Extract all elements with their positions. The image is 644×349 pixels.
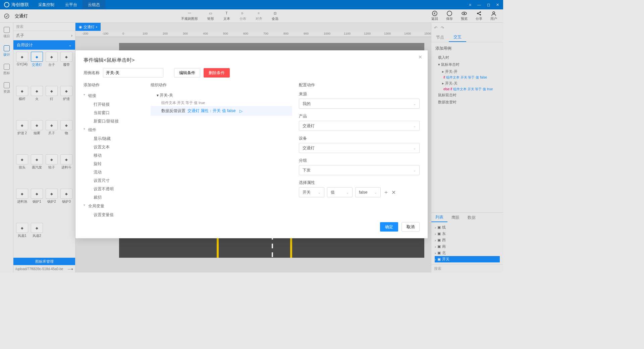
usecase-name-input[interactable] [103,68,163,78]
action-category[interactable]: 全局变量 [84,202,144,211]
col1-title: 添加动作 [84,82,144,88]
action-item[interactable]: 设置尺寸 [84,177,144,185]
action-item[interactable]: 流动 [84,168,144,177]
add-prop-icon[interactable]: ＋ [383,189,389,196]
event-edit-modal: ✕ 事件编辑<鼠标单击时> 用例名称 编辑条件 删除条件 添加动作 链接打开链接… [75,50,428,238]
modal-toprow: 用例名称 编辑条件 删除条件 [84,68,420,78]
source-select[interactable]: 我的⌄ [299,99,420,109]
action-item[interactable]: 新窗口/新链接 [84,117,144,126]
action-item[interactable]: 打开链接 [84,100,144,109]
action-tree: 链接打开链接当前窗口新窗口/新链接组件显示/隐藏设置文本移动旋转流动设置尺寸设置… [84,91,144,218]
org-root[interactable]: ▾ 开关-关 [151,91,292,100]
org-cond: 组件文本 开关 等于 值 true [151,100,292,106]
org-action-col: 组织动作 ▾ 开关-关 组件文本 开关 等于 值 true 数据反馈设置 交通灯… [151,82,292,218]
action-category[interactable]: 组件 [84,126,144,135]
product-label: 产品 [299,113,420,119]
action-item[interactable]: 显示/隐藏 [84,135,144,143]
device-select[interactable]: 交通灯⌄ [299,143,420,153]
modal-close-icon[interactable]: ✕ [418,54,422,60]
config-action-col: 配置动作 来源我的⌄ 产品交通灯⌄ 设备交通灯⌄ 分组下发⌄ 选择属性 开关⌄ … [299,82,420,218]
modal-title: 事件编辑<鼠标单击时> [84,57,420,63]
col3-title: 配置动作 [299,82,420,88]
action-item[interactable]: 设置文本 [84,143,144,151]
prop-label: 选择属性 [299,180,420,186]
action-item[interactable]: 移动 [84,151,144,160]
col2-title: 组织动作 [151,82,292,88]
org-tree: ▾ 开关-关 组件文本 开关 等于 值 true 数据反馈设置 交通灯 属性：开… [151,91,292,116]
action-item[interactable]: 旋转 [84,160,144,168]
product-select[interactable]: 交通灯⌄ [299,121,420,131]
action-item[interactable]: 设置不透明 [84,185,144,193]
remove-prop-icon[interactable]: ✕ [391,189,396,196]
delete-cond-button[interactable]: 删除条件 [204,68,230,78]
prop-attr-select[interactable]: 开关⌄ [299,187,324,197]
source-label: 来源 [299,91,420,97]
name-label: 用例名称 [84,70,100,76]
group-select[interactable]: 下发⌄ [299,165,420,175]
prop-key-select[interactable]: 值⌄ [327,187,353,197]
prop-val-select[interactable]: false⌄ [355,187,381,197]
modal-footer: 确定 取消 [84,218,420,232]
play-icon[interactable]: ▷ [239,109,243,113]
device-label: 设备 [299,136,420,141]
action-item[interactable]: 设置变量值 [84,211,144,218]
edit-cond-button[interactable]: 编辑条件 [174,68,200,78]
action-category[interactable]: 链接 [84,91,144,100]
group-label: 分组 [299,158,420,163]
org-action[interactable]: 数据反馈设置 交通灯 属性：开关 值 false ▷ [151,106,292,116]
action-item[interactable]: 当前窗口 [84,109,144,117]
add-action-col: 添加动作 链接打开链接当前窗口新窗口/新链接组件显示/隐藏设置文本移动旋转流动设… [84,82,144,218]
action-item[interactable]: 裁切 [84,193,144,202]
ok-button[interactable]: 确定 [380,222,398,232]
cancel-button[interactable]: 取消 [401,222,420,232]
